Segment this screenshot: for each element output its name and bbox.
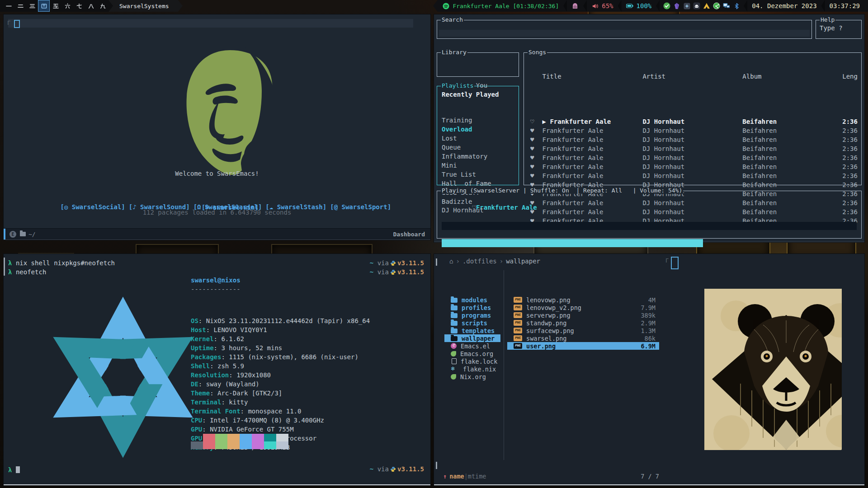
favorite-heart-icon[interactable]: ♥ [527,153,542,162]
favorite-heart-icon[interactable]: ♥ [527,162,542,171]
bluetooth-icon[interactable] [733,9,740,9]
favorite-heart-icon[interactable]: ♡ [527,117,542,126]
help-hint: Type ? [820,24,843,32]
steam-icon[interactable] [683,9,690,9]
song-row[interactable]: ♡ ▶ Frankfurter Aale DJ Hornhaut Beifahr… [527,117,858,126]
song-row[interactable]: ♥ Frankfurter Aale DJ Hornhaut Beifahren… [527,135,858,144]
file-row[interactable]: flake.nix [444,365,500,373]
workspace-2[interactable] [14,9,26,12]
seek-bar[interactable] [442,222,857,230]
workspace-6[interactable] [61,9,73,12]
file-row[interactable]: programs [444,311,500,319]
search-input[interactable] [439,30,810,37]
emacs-current-line-highlight [8,19,413,28]
palette-swatch [252,434,264,441]
playlist-item[interactable]: Mini [437,161,519,170]
workspace-8[interactable] [85,9,97,12]
song-row[interactable]: ♥ Frankfurter Aale DJ Hornhaut Beifahren… [527,126,858,135]
playlist-item[interactable]: Hall of Fame [437,179,519,188]
file-icon: PNG [514,297,522,303]
workspace-9[interactable] [97,9,108,12]
welcome-banner: Welcome to SwarsEmacs! [4,170,430,177]
file-row[interactable]: PNG swarsel.png 86k [507,334,659,342]
favorite-heart-icon[interactable]: ♥ [527,126,542,135]
file-row[interactable]: wallpaper [444,334,500,342]
neofetch-entry: Kernel: 6.1.62 [191,334,370,343]
song-title: Frankfurter Aale [542,127,604,134]
file-row[interactable]: PNG lenovowp_v2.png 7.9M [507,304,659,311]
song-length: 2:36 [842,180,858,189]
sort-direction-icon[interactable]: ↑ [443,473,447,480]
clock-module[interactable]: 03:37:29 [825,9,864,12]
terminal-color-palette-row1 [191,434,288,441]
file-row[interactable]: Emacs.el [444,342,500,350]
file-row[interactable]: PNG serverwp.png 389k [507,311,659,319]
playlist-item[interactable]: Training [437,116,519,125]
workspace-1[interactable] [3,9,14,12]
file-row[interactable]: modules [444,296,500,304]
sort-field-secondary[interactable]: mtime [468,473,486,480]
workspace-7[interactable] [73,9,85,12]
pane-divider [504,270,504,460]
now-playing-module[interactable]: Frankfurter Aale [01:38/02:36] [438,9,563,12]
playlist-item[interactable]: Lost [437,134,519,143]
breadcrumb-current[interactable]: wallpaper [506,258,540,265]
tent-icon[interactable] [703,9,710,9]
col-album[interactable]: Album [742,72,842,81]
file-row[interactable]: PNG standwp.png 2.9M [507,319,659,327]
check-icon[interactable] [663,9,670,9]
col-length[interactable]: Leng [842,72,858,81]
segment-arrow [433,9,438,12]
col-title[interactable]: Title [542,72,643,81]
playlist-item[interactable]: True List [437,170,519,179]
right-prompt: ~ viav3.11.5 [370,268,424,276]
playlist-item[interactable]: Overload [437,125,519,134]
search-box[interactable]: Search [437,20,812,39]
python-icon [390,269,396,275]
prompt-lambda: λ [8,466,12,474]
song-row[interactable]: ♥ Frankfurter Aale DJ Hornhaut Beifahren… [527,162,858,171]
music-app-module[interactable] [567,9,583,12]
favorite-heart-icon[interactable]: ♥ [527,135,542,144]
file-row[interactable]: flake.lock [444,357,500,365]
playlist-item[interactable]: Inflammatory [437,152,519,161]
file-icon [451,305,458,310]
volume-module[interactable]: 65% [587,9,618,12]
gem-icon[interactable] [673,9,680,9]
palette-swatch [215,441,227,449]
syncthing-icon[interactable] [713,9,720,9]
network-icon[interactable] [723,9,730,9]
battery-module[interactable]: 100% [622,9,656,12]
song-row[interactable]: ♥ Frankfurter Aale DJ Hornhaut Beifahren… [527,171,858,180]
song-row[interactable]: ♥ Frankfurter Aale DJ Hornhaut Beifahren… [527,153,858,162]
favorite-heart-icon[interactable]: ♥ [527,144,542,153]
song-row[interactable]: ♥ Frankfurter Aale DJ Hornhaut Beifahren… [527,144,858,153]
file-row[interactable]: Emacs.org [444,350,500,357]
col-artist[interactable]: Artist [642,72,742,81]
palette-swatch [264,434,276,441]
song-artist: DJ Hornhaut [642,162,742,171]
sort-field[interactable]: name [449,473,464,480]
file-row[interactable]: PNG surfacewp.png 1.3M [507,327,659,334]
breadcrumb-parent[interactable]: .dotfiles [462,258,497,265]
favorite-heart-icon[interactable]: ♥ [527,171,542,180]
palette-swatch [264,441,276,449]
discord-icon[interactable] [693,9,700,9]
file-row[interactable]: Nix.org [444,373,500,380]
song-album: Beifahren [742,126,842,135]
file-row[interactable]: profiles [444,304,500,311]
file-row[interactable]: scripts [444,319,500,327]
workspace-4-active[interactable] [38,9,50,12]
palette-swatch [276,434,288,441]
workspace-5[interactable] [50,9,61,12]
palette-swatch [227,441,240,449]
file-row[interactable]: templates [444,327,500,334]
modeline-accent [4,229,5,239]
playlist-item[interactable]: Queue [437,143,519,152]
date-module[interactable]: 04. Dezember 2023 [747,9,821,12]
file-name: swarsel.png [526,335,645,342]
file-row[interactable]: PNG lenovowp.png 4M [507,296,659,304]
workspace-3[interactable] [26,9,38,12]
file-counter: 7 / 7 [641,473,659,480]
file-row[interactable]: PNG user.png 6.9M [507,342,659,350]
